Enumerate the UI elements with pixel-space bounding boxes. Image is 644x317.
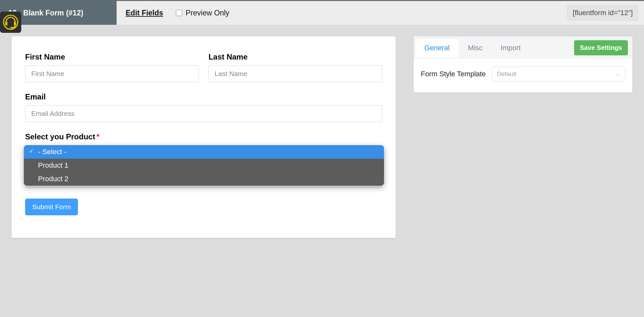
submit-form-button[interactable]: Submit Form [25, 199, 78, 215]
preview-only-checkbox[interactable] [176, 10, 182, 16]
headset-icon [2, 14, 19, 31]
tab-general[interactable]: General [415, 38, 459, 58]
edit-fields-link[interactable]: Edit Fields [117, 1, 172, 25]
form-style-template-value: Default [497, 70, 516, 78]
svg-point-3 [10, 27, 12, 28]
product-dropdown-menu[interactable]: - Select - Product 1 Product 2 [24, 145, 384, 186]
form-style-template-select[interactable]: Default ⌄ [492, 67, 625, 81]
product-option-1[interactable]: Product 1 [24, 159, 384, 172]
save-settings-button[interactable]: Save Settings [574, 40, 628, 55]
preview-only-toggle[interactable]: Preview Only [172, 1, 229, 25]
product-label: Select you Product* [25, 132, 382, 141]
product-option-2[interactable]: Product 2 [24, 172, 384, 186]
help-support-icon[interactable] [0, 12, 21, 33]
first-name-label: First Name [25, 52, 199, 61]
email-label: Email [25, 92, 382, 101]
preview-only-label: Preview Only [186, 9, 229, 17]
svg-rect-2 [14, 22, 16, 25]
form-style-template-label: Form Style Template [421, 70, 485, 78]
tab-import[interactable]: Import [492, 39, 530, 57]
form-preview-card: First Name Last Name Email Select you Pr… [12, 36, 396, 238]
product-option-select[interactable]: - Select - [24, 145, 384, 159]
email-input[interactable] [25, 105, 382, 122]
last-name-input[interactable] [208, 65, 382, 82]
svg-rect-1 [5, 22, 7, 25]
last-name-label: Last Name [208, 52, 382, 61]
first-name-input[interactable] [25, 65, 199, 82]
chevron-down-icon: ⌄ [616, 71, 620, 77]
settings-panel: General Misc Import Save Settings Form S… [414, 36, 632, 92]
required-indicator: * [96, 132, 99, 141]
tab-misc[interactable]: Misc [459, 39, 492, 57]
shortcode-display[interactable]: [fluentform id="12"] [567, 5, 638, 21]
